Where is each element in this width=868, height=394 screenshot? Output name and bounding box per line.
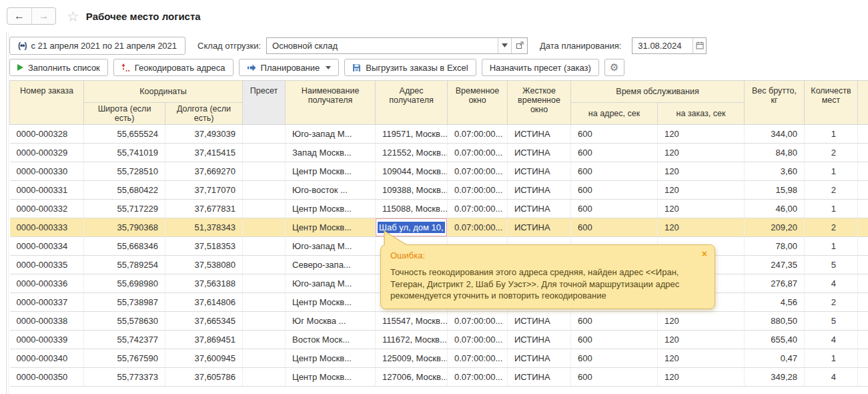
tooltip-close-icon[interactable]: ×: [702, 249, 707, 258]
cell-service-per-order[interactable]: 120: [658, 218, 745, 237]
cell-preset[interactable]: [243, 218, 286, 237]
cell-preset[interactable]: [243, 181, 286, 200]
cell-hard-window[interactable]: ИСТИНА: [508, 200, 571, 218]
table-row[interactable]: 0000-00033255,71722937,677831Центр Москв…: [10, 200, 868, 218]
header-order-number[interactable]: Номер заказа: [10, 81, 84, 125]
header-longitude[interactable]: Долгота (если есть): [165, 103, 243, 125]
cell-service-per-address[interactable]: 600: [571, 349, 658, 368]
table-row[interactable]: 0000-00033855,57863037,665345Юг Москва .…: [10, 312, 868, 331]
cell-preset[interactable]: [243, 162, 286, 181]
cell-hard-window[interactable]: ИСТИНА: [508, 125, 571, 144]
cell-latitude[interactable]: 55,728510: [84, 162, 165, 181]
cell-hard-window[interactable]: ИСТИНА: [508, 144, 571, 162]
calendar-icon[interactable]: [693, 38, 706, 53]
cell-hard-window[interactable]: ИСТИНА: [508, 218, 571, 237]
cell-recipient-name[interactable]: Центр Москв...: [286, 368, 376, 387]
cell-hard-window[interactable]: ИСТИНА: [508, 312, 571, 331]
header-recipient-address[interactable]: Адрес получателя: [376, 81, 448, 125]
cell-clipped[interactable]: [858, 349, 868, 368]
forward-button[interactable]: →: [31, 8, 55, 24]
cell-gross-weight[interactable]: 4,56: [745, 293, 805, 312]
favorite-star-icon[interactable]: ☆: [67, 9, 79, 23]
cell-hard-window[interactable]: ИСТИНА: [508, 368, 571, 387]
cell-latitude[interactable]: 55,680422: [84, 181, 165, 200]
cell-gross-weight[interactable]: 247,35: [745, 256, 805, 274]
cell-gross-weight[interactable]: 349,28: [745, 368, 805, 387]
header-service-time[interactable]: Время обслуживания: [571, 81, 745, 103]
cell-hard-window[interactable]: ИСТИНА: [508, 349, 571, 368]
cell-longitude[interactable]: 37,677831: [165, 200, 243, 218]
cell-latitude[interactable]: 35,790368: [84, 218, 165, 237]
header-per-address-sec[interactable]: на адрес, сек: [571, 103, 658, 125]
header-hard-time-window[interactable]: Жесткое временное окно: [508, 81, 571, 125]
cell-gross-weight[interactable]: 15,98: [745, 181, 805, 200]
cell-clipped[interactable]: [858, 256, 868, 274]
cell-time-window[interactable]: 0.07:00:00...: [448, 331, 508, 349]
cell-longitude[interactable]: 37,563188: [165, 274, 243, 293]
cell-longitude[interactable]: 37,869451: [165, 331, 243, 349]
cell-order-number[interactable]: 0000-000329: [10, 144, 84, 162]
cell-longitude[interactable]: 37,717070: [165, 181, 243, 200]
cell-service-per-order[interactable]: 120: [658, 144, 745, 162]
cell-gross-weight[interactable]: 3,60: [745, 162, 805, 181]
table-row[interactable]: 0000-00033335,79036851,378343Центр Москв…: [10, 218, 868, 237]
cell-preset[interactable]: [243, 237, 286, 256]
warehouse-dropdown-icon[interactable]: [498, 38, 511, 53]
cell-clipped[interactable]: [858, 274, 868, 293]
cell-recipient-address[interactable]: 109388, Москв...: [376, 181, 448, 200]
cell-places-count[interactable]: 1: [805, 125, 858, 144]
cell-recipient-name[interactable]: Юго-запад М...: [286, 125, 376, 144]
cell-gross-weight[interactable]: 344,00: [745, 125, 805, 144]
cell-preset[interactable]: [243, 293, 286, 312]
cell-service-per-address[interactable]: 600: [571, 181, 658, 200]
cell-preset[interactable]: [243, 274, 286, 293]
planning-menu-button[interactable]: Планирование: [239, 59, 340, 76]
cell-latitude[interactable]: 55,767590: [84, 349, 165, 368]
cell-recipient-address[interactable]: 121552, Москв...: [376, 144, 448, 162]
table-row[interactable]: 0000-00032955,74101937,415415Запад Москв…: [10, 144, 868, 162]
header-recipient-name[interactable]: Наименование получателя: [286, 81, 376, 125]
cell-clipped[interactable]: [858, 144, 868, 162]
cell-longitude[interactable]: 37,415415: [165, 144, 243, 162]
cell-service-per-address[interactable]: 600: [571, 200, 658, 218]
cell-recipient-name[interactable]: Центр Москв...: [286, 162, 376, 181]
cell-latitude[interactable]: 55,773373: [84, 368, 165, 387]
cell-clipped[interactable]: [858, 237, 868, 256]
cell-recipient-address[interactable]: 111672, Москв...: [376, 331, 448, 349]
cell-places-count[interactable]: 4: [805, 331, 858, 349]
cell-service-per-order[interactable]: 120: [658, 331, 745, 349]
cell-service-per-order[interactable]: 120: [658, 181, 745, 200]
cell-recipient-address[interactable]: 119571, Москв...: [376, 125, 448, 144]
header-per-order-sec[interactable]: на заказ, сек: [658, 103, 745, 125]
cell-longitude[interactable]: 37,605786: [165, 368, 243, 387]
cell-service-per-address[interactable]: 600: [571, 218, 658, 237]
cell-clipped[interactable]: [858, 200, 868, 218]
cell-gross-weight[interactable]: 655,40: [745, 331, 805, 349]
cell-latitude[interactable]: 55,578630: [84, 312, 165, 331]
cell-gross-weight[interactable]: 0,47: [745, 349, 805, 368]
cell-gross-weight[interactable]: 46,00: [745, 200, 805, 218]
cell-hard-window[interactable]: ИСТИНА: [508, 162, 571, 181]
cell-places-count[interactable]: 1: [805, 349, 858, 368]
geocode-addresses-button[interactable]: Геокодировать адреса: [113, 59, 234, 76]
cell-service-per-order[interactable]: 120: [658, 349, 745, 368]
cell-clipped[interactable]: [858, 162, 868, 181]
header-coordinates[interactable]: Координаты: [84, 81, 243, 103]
cell-recipient-name[interactable]: Центр Москв...: [286, 293, 376, 312]
cell-gross-weight[interactable]: 276,87: [745, 274, 805, 293]
cell-order-number[interactable]: 0000-000336: [10, 274, 84, 293]
cell-places-count[interactable]: 1: [805, 200, 858, 218]
cell-hard-window[interactable]: ИСТИНА: [508, 331, 571, 349]
cell-latitude[interactable]: 55,789254: [84, 256, 165, 274]
warehouse-input[interactable]: Основной склад: [267, 38, 498, 53]
export-excel-button[interactable]: Выгрузить заказы в Excel: [344, 59, 476, 76]
settings-button[interactable]: ⚙: [604, 59, 624, 76]
cell-gross-weight[interactable]: 84,80: [745, 144, 805, 162]
cell-recipient-name[interactable]: Юг Москва ...: [286, 312, 376, 331]
cell-service-per-address[interactable]: 600: [571, 162, 658, 181]
header-places-count[interactable]: Количеств мест: [805, 81, 858, 125]
cell-latitude[interactable]: 55,668346: [84, 237, 165, 256]
cell-preset[interactable]: [243, 349, 286, 368]
cell-places-count[interactable]: 1: [805, 162, 858, 181]
header-gross-weight[interactable]: Вес брутто, кг: [745, 81, 805, 125]
